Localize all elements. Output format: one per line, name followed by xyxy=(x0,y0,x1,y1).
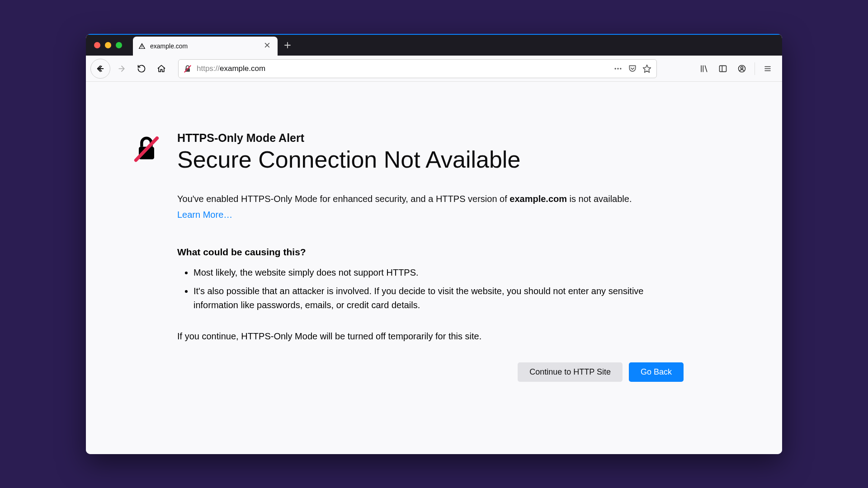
back-button[interactable] xyxy=(90,59,110,79)
button-row: Continue to HTTP Site Go Back xyxy=(177,362,684,382)
svg-point-9 xyxy=(615,68,616,69)
cause-item: It's also possible that an attacker is i… xyxy=(193,284,684,312)
sidebar-icon[interactable] xyxy=(715,61,731,77)
causes-heading: What could be causing this? xyxy=(177,247,684,258)
address-bar-actions xyxy=(613,64,652,74)
svg-marker-12 xyxy=(643,65,651,72)
svg-point-10 xyxy=(617,68,618,69)
continue-http-button[interactable]: Continue to HTTP Site xyxy=(518,362,623,382)
continue-note: If you continue, HTTPS-Only Mode will be… xyxy=(177,331,684,342)
svg-line-15 xyxy=(705,66,707,71)
forward-button[interactable] xyxy=(113,60,130,77)
reload-button[interactable] xyxy=(133,60,150,77)
error-headline: Secure Connection Not Available xyxy=(177,146,684,173)
learn-more-link[interactable]: Learn More… xyxy=(177,208,232,221)
window-close-button[interactable] xyxy=(94,42,100,48)
svg-point-11 xyxy=(620,68,621,69)
toolbar-right-icons xyxy=(696,61,778,77)
window-maximize-button[interactable] xyxy=(116,42,122,48)
hamburger-menu-icon[interactable] xyxy=(760,61,776,77)
page-actions-icon[interactable] xyxy=(613,64,623,74)
url-host: example.com xyxy=(220,64,265,73)
address-url: https://example.com xyxy=(197,64,609,73)
tab-close-button[interactable] xyxy=(262,42,272,50)
svg-point-19 xyxy=(741,66,743,69)
browser-tab[interactable]: example.com xyxy=(133,37,278,56)
browser-window: example.com https://exampl xyxy=(86,34,782,454)
window-minimize-button[interactable] xyxy=(105,42,111,48)
account-icon[interactable] xyxy=(734,61,750,77)
window-traffic-lights xyxy=(86,42,133,48)
insecure-lock-large-icon xyxy=(131,133,162,166)
error-eyebrow: HTTPS-Only Mode Alert xyxy=(177,131,684,145)
error-body: You've enabled HTTPS-Only Mode for enhan… xyxy=(177,192,684,221)
error-body-domain: example.com xyxy=(509,194,567,204)
library-icon[interactable] xyxy=(696,61,712,77)
new-tab-button[interactable] xyxy=(279,37,296,53)
causes-list: Most likely, the website simply does not… xyxy=(177,266,684,312)
bookmark-star-icon[interactable] xyxy=(642,64,652,74)
tab-title: example.com xyxy=(150,42,258,50)
insecure-lock-icon xyxy=(183,64,192,73)
toolbar-separator xyxy=(755,62,755,75)
address-bar[interactable]: https://example.com xyxy=(178,59,657,78)
error-body-post: is not available. xyxy=(567,194,632,204)
tab-strip: example.com xyxy=(86,34,782,56)
pocket-icon[interactable] xyxy=(627,64,637,74)
home-button[interactable] xyxy=(153,60,170,77)
warning-icon xyxy=(138,42,146,50)
toolbar: https://example.com xyxy=(86,56,782,82)
cause-item: Most likely, the website simply does not… xyxy=(193,266,684,280)
page-content: HTTPS-Only Mode Alert Secure Connection … xyxy=(86,82,782,454)
url-protocol: https:// xyxy=(197,64,220,73)
svg-rect-16 xyxy=(720,66,726,71)
go-back-button[interactable]: Go Back xyxy=(629,362,684,382)
error-body-pre: You've enabled HTTPS-Only Mode for enhan… xyxy=(177,194,509,204)
